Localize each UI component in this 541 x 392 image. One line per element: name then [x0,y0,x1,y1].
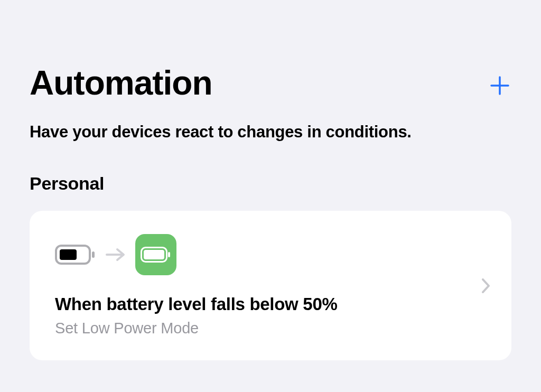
automation-icon-row [55,234,486,275]
svg-rect-3 [60,249,77,260]
battery-full-icon [141,247,171,263]
automation-item[interactable]: When battery level falls below 50% Set L… [30,211,511,360]
chevron-right-icon [480,276,492,295]
add-automation-button[interactable] [488,74,511,97]
section-header-personal: Personal [30,173,511,194]
svg-rect-4 [92,251,95,258]
page-title: Automation [30,63,511,102]
battery-outline-icon [55,245,96,265]
automation-subtitle: Set Low Power Mode [55,320,486,337]
page-subtitle: Have your devices react to changes in co… [30,123,511,142]
automation-item-content: When battery level falls below 50% Set L… [55,234,486,337]
automation-title: When battery level falls below 50% [55,294,486,314]
arrow-right-icon [106,247,126,262]
plus-icon [489,75,510,96]
low-power-mode-app-icon [135,234,176,275]
svg-rect-7 [144,250,164,259]
svg-rect-8 [168,252,170,257]
